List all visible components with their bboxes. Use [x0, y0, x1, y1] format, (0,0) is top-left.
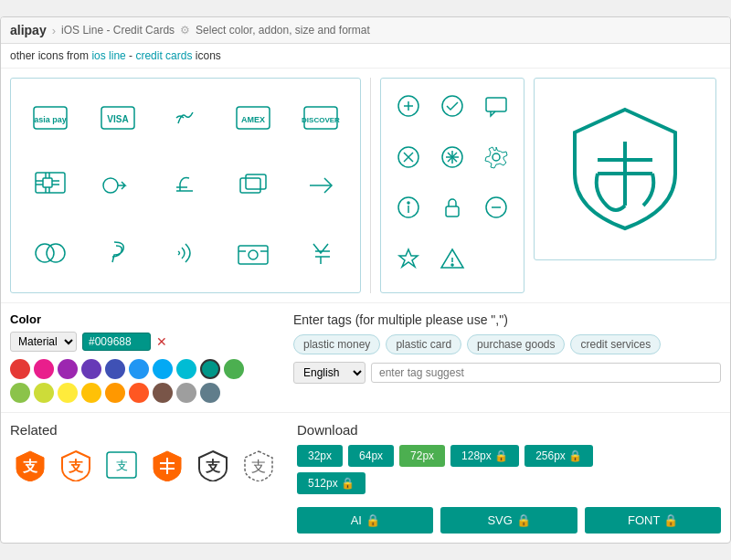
icon-paypal[interactable]	[86, 221, 150, 285]
svg-text:支: 支	[68, 459, 84, 474]
svg-point-22	[36, 244, 54, 262]
swatch-lime[interactable]	[34, 383, 54, 403]
bottom-section: Related 支 支	[1, 412, 730, 543]
swatch-pink[interactable]	[34, 359, 54, 379]
download-ai[interactable]: AI 🔒	[297, 507, 433, 534]
download-72px[interactable]: 72px	[399, 445, 445, 467]
icon-contactless[interactable]	[154, 221, 217, 285]
swatch-deep-purple[interactable]	[81, 359, 101, 379]
small-icon-check[interactable]	[432, 86, 472, 126]
icon-transfer[interactable]	[86, 153, 150, 217]
language-select[interactable]: English Chinese	[293, 362, 366, 384]
small-icon-star[interactable]	[388, 238, 429, 279]
download-256px[interactable]: 256px 🔒	[524, 445, 593, 467]
related-title: Related	[10, 422, 279, 438]
icon-mastercard[interactable]	[18, 221, 82, 285]
swatch-purple[interactable]	[58, 359, 78, 379]
swatch-indigo[interactable]	[105, 359, 125, 379]
swatch-green[interactable]	[224, 359, 244, 379]
icon-preview	[534, 78, 716, 260]
swatch-amber[interactable]	[81, 383, 101, 403]
swatch-brown[interactable]	[153, 383, 173, 403]
tags-section: Enter tags (for multiple please use ",")…	[293, 312, 721, 403]
icon-discover[interactable]: DISCOVER	[289, 86, 353, 150]
icon-yuan[interactable]	[289, 221, 353, 285]
swatch-blue-grey[interactable]	[200, 383, 220, 403]
tags-title: Enter tags (for multiple please use ",")	[293, 312, 721, 327]
color-swatches	[10, 359, 266, 403]
icon-amex[interactable]: AMEX	[221, 86, 285, 150]
icon-cash[interactable]	[221, 221, 285, 285]
swatch-orange[interactable]	[105, 383, 125, 403]
download-title: Download	[297, 422, 721, 438]
download-64px[interactable]: 64px	[348, 445, 394, 467]
breadcrumb-link-cards[interactable]: credit cards	[135, 49, 192, 62]
icon-grid: asia pay VISA AMEX DISCOVER	[10, 78, 361, 293]
tag-suggest-input[interactable]	[371, 363, 721, 383]
related-icon-3[interactable]: 支	[101, 445, 142, 485]
swatch-cyan[interactable]	[176, 359, 196, 379]
right-panel	[380, 78, 716, 293]
related-icon-4[interactable]	[147, 445, 187, 485]
swatch-teal[interactable]	[200, 359, 220, 379]
download-font[interactable]: FONT 🔒	[585, 507, 721, 534]
breadcrumb-link-ios[interactable]: ios line	[91, 49, 125, 62]
header-subtitle: iOS Line - Credit Cards	[61, 24, 175, 37]
related-icon-1[interactable]: 支	[10, 445, 50, 485]
color-hex-input[interactable]	[82, 333, 151, 351]
swatch-grey[interactable]	[176, 383, 196, 403]
svg-text:支: 支	[205, 459, 221, 474]
related-icon-2[interactable]: 支	[56, 445, 96, 485]
small-icon-comment[interactable]	[476, 86, 516, 126]
swatch-yellow[interactable]	[58, 383, 78, 403]
tag-credit-services[interactable]: credit services	[570, 334, 661, 354]
svg-point-31	[442, 96, 462, 116]
download-512px[interactable]: 512px 🔒	[297, 472, 366, 494]
icon-arrow-right[interactable]	[289, 153, 353, 217]
swatch-deep-orange[interactable]	[129, 383, 149, 403]
divider	[370, 78, 371, 293]
related-icon-6[interactable]: 支	[238, 445, 279, 485]
small-icon-asterisk[interactable]	[432, 137, 472, 177]
download-svg[interactable]: SVG 🔒	[440, 507, 577, 534]
icon-pound[interactable]	[154, 153, 217, 217]
icon-visa[interactable]: VISA	[86, 86, 150, 150]
download-32px[interactable]: 32px	[297, 445, 343, 467]
svg-point-25	[249, 250, 258, 259]
small-icon-plus[interactable]	[388, 86, 429, 126]
swatch-light-blue[interactable]	[153, 359, 173, 379]
svg-rect-32	[486, 98, 506, 111]
related-icon-5[interactable]: 支	[193, 445, 233, 485]
download-128px[interactable]: 128px 🔒	[450, 445, 519, 467]
icon-pay-arabic[interactable]	[154, 86, 217, 150]
tag-input-row: English Chinese	[293, 362, 721, 384]
color-clear-button[interactable]: ✕	[156, 334, 167, 349]
controls-row: Color Material Flat ✕	[1, 302, 730, 412]
icon-chip-card[interactable]	[18, 153, 82, 217]
small-icon-info[interactable]	[388, 187, 429, 227]
color-label: Color	[10, 312, 266, 326]
small-icon-x-circle[interactable]	[388, 137, 429, 177]
svg-point-51	[451, 264, 453, 266]
svg-point-44	[408, 202, 409, 204]
icon-asiapay[interactable]: asia pay	[18, 86, 82, 150]
page-title: alipay	[10, 23, 47, 37]
swatch-red[interactable]	[10, 359, 30, 379]
small-icon-minus[interactable]	[476, 187, 516, 227]
svg-rect-19	[240, 178, 260, 193]
small-icon-warning[interactable]	[432, 238, 472, 279]
icon-3d-card[interactable]	[221, 153, 285, 217]
color-theme-select[interactable]: Material Flat	[10, 332, 77, 352]
small-icon-gear[interactable]	[476, 137, 516, 177]
swatch-blue[interactable]	[129, 359, 149, 379]
svg-text:asia pay: asia pay	[34, 115, 67, 124]
header: alipay › iOS Line - Credit Cards ⚙ Selec…	[1, 17, 730, 44]
swatch-light-green[interactable]	[10, 383, 30, 403]
small-icon-lock[interactable]	[432, 187, 472, 227]
tag-purchase-goods[interactable]: purchase goods	[467, 334, 565, 354]
svg-text:VISA: VISA	[107, 114, 128, 124]
tag-plastic-money[interactable]: plastic money	[293, 334, 380, 354]
svg-rect-45	[446, 206, 459, 217]
tag-plastic-card[interactable]: plastic card	[386, 334, 461, 354]
main-window: alipay › iOS Line - Credit Cards ⚙ Selec…	[0, 16, 731, 544]
